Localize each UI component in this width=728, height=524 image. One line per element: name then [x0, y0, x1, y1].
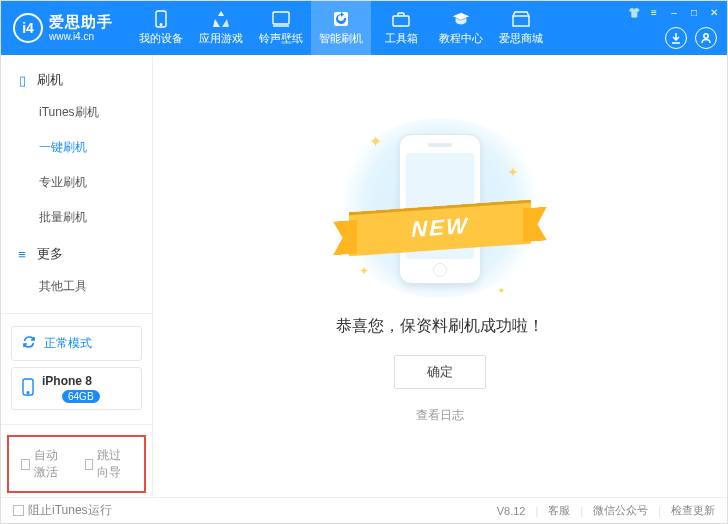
- sidebar-item-other-tools[interactable]: 其他工具: [1, 269, 152, 304]
- auto-activate-checkbox[interactable]: 自动激活: [21, 447, 69, 481]
- sidebar-item-batch-flash[interactable]: 批量刷机: [1, 200, 152, 235]
- block-itunes-checkbox[interactable]: 阻止iTunes运行: [13, 502, 112, 519]
- svg-point-1: [160, 24, 162, 26]
- store-icon: [512, 10, 530, 28]
- toolbox-icon: [392, 10, 410, 28]
- sidebar-item-pro-flash[interactable]: 专业刷机: [1, 165, 152, 200]
- nav-my-device[interactable]: 我的设备: [131, 1, 191, 55]
- menu-button[interactable]: ≡: [647, 5, 661, 19]
- activation-options: 自动激活 跳过向导: [7, 435, 146, 493]
- svg-rect-5: [513, 16, 529, 26]
- success-illustration: ✦✦✦✦ NEW: [335, 118, 545, 298]
- title-bar: i4 爱思助手 www.i4.cn 我的设备 应用游戏 铃声壁纸 智能刷机: [1, 1, 727, 55]
- svg-rect-4: [393, 16, 409, 26]
- sidebar-item-itunes-flash[interactable]: iTunes刷机: [1, 95, 152, 130]
- account-button[interactable]: [695, 27, 717, 49]
- nav-tutorials[interactable]: 教程中心: [431, 1, 491, 55]
- sidebar-item-oneclick-flash[interactable]: 一键刷机: [1, 130, 152, 165]
- nav-store[interactable]: 爱思商城: [491, 1, 551, 55]
- ok-button[interactable]: 确定: [394, 355, 486, 389]
- nav-smart-flash[interactable]: 智能刷机: [311, 1, 371, 55]
- view-log-link[interactable]: 查看日志: [416, 407, 464, 424]
- brand-title: 爱思助手: [49, 14, 113, 31]
- top-nav: 我的设备 应用游戏 铃声壁纸 智能刷机 工具箱 教程中心: [131, 1, 551, 55]
- version-label: V8.12: [497, 505, 526, 517]
- close-button[interactable]: ✕: [707, 5, 721, 19]
- sidebar-item-download-firmware[interactable]: 下载固件: [1, 304, 152, 307]
- device-indicator[interactable]: iPhone 8 64GB: [11, 367, 142, 410]
- graduation-icon: [452, 10, 470, 28]
- app-logo: i4 爱思助手 www.i4.cn: [9, 13, 113, 43]
- refresh-icon: [332, 10, 350, 28]
- device-name: iPhone 8: [42, 374, 100, 388]
- wechat-link[interactable]: 微信公众号: [593, 503, 648, 518]
- minimize-button[interactable]: –: [667, 5, 681, 19]
- phone-small-icon: ▯: [15, 73, 29, 88]
- sidebar-section-flash: ▯ 刷机: [1, 61, 152, 95]
- brand-site: www.i4.cn: [49, 31, 113, 42]
- menu-icon: ≡: [15, 247, 29, 262]
- svg-point-8: [27, 392, 29, 394]
- support-link[interactable]: 客服: [548, 503, 570, 518]
- success-message: 恭喜您，保资料刷机成功啦！: [336, 316, 544, 337]
- main-content: ✦✦✦✦ NEW 恭喜您，保资料刷机成功啦！ 确定 查看日志: [153, 55, 727, 497]
- svg-rect-2: [273, 12, 289, 24]
- storage-badge: 64GB: [62, 390, 100, 403]
- phone-icon: [152, 10, 170, 28]
- skin-button[interactable]: 👕: [627, 5, 641, 19]
- mode-indicator[interactable]: 正常模式: [11, 326, 142, 361]
- nav-ringtones-wallpapers[interactable]: 铃声壁纸: [251, 1, 311, 55]
- maximize-button[interactable]: □: [687, 5, 701, 19]
- sidebar-section-more: ≡ 更多: [1, 235, 152, 269]
- skip-guide-checkbox[interactable]: 跳过向导: [85, 447, 133, 481]
- wallpaper-icon: [272, 10, 290, 28]
- nav-apps-games[interactable]: 应用游戏: [191, 1, 251, 55]
- download-button[interactable]: [665, 27, 687, 49]
- apps-icon: [212, 10, 230, 28]
- svg-point-6: [704, 34, 708, 38]
- sidebar: ▯ 刷机 iTunes刷机 一键刷机 专业刷机 批量刷机 ≡ 更多 其他工具 下…: [1, 55, 153, 497]
- check-update-link[interactable]: 检查更新: [671, 503, 715, 518]
- nav-toolbox[interactable]: 工具箱: [371, 1, 431, 55]
- device-icon: [22, 378, 34, 399]
- status-bar: 阻止iTunes运行 V8.12 | 客服 | 微信公众号 | 检查更新: [1, 497, 727, 523]
- sync-icon: [22, 335, 36, 352]
- logo-badge: i4: [13, 13, 43, 43]
